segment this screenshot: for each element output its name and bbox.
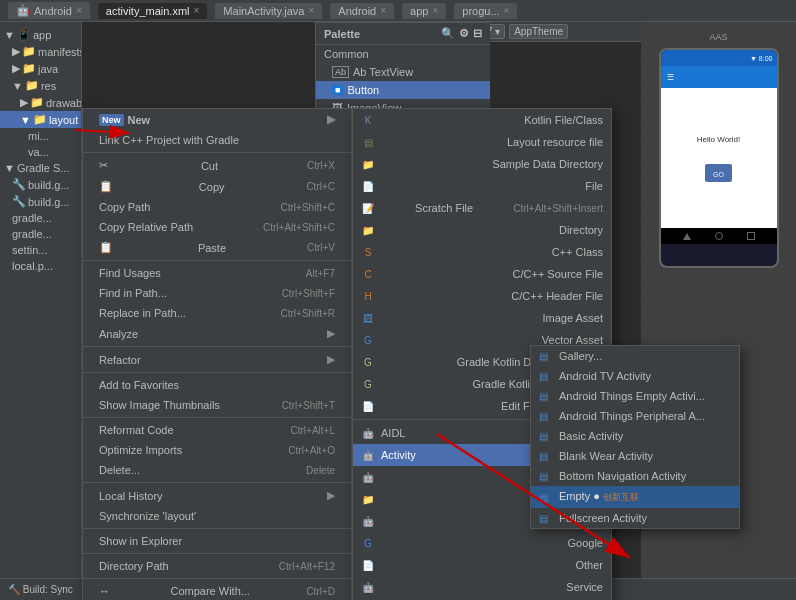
- build-icon: 🔨: [8, 584, 20, 595]
- close-icon[interactable]: ×: [504, 5, 510, 16]
- menu-item-link-cpp[interactable]: Link C++ Project with Gradle: [83, 130, 351, 150]
- back-btn[interactable]: [683, 233, 691, 240]
- sidebar-item-buildg2[interactable]: 🔧 build.g...: [0, 193, 81, 210]
- theme-dropdown[interactable]: AppTheme: [509, 24, 568, 39]
- fullscreen-icon: ▤: [539, 513, 553, 524]
- sidebar-item-drawable[interactable]: ▶ 📁 drawable: [0, 94, 81, 111]
- home-btn[interactable]: [715, 232, 723, 240]
- menu-item-show-explorer[interactable]: Show in Explorer: [83, 531, 351, 551]
- settings-icon[interactable]: ⚙: [459, 27, 469, 40]
- sidebar-item-mi[interactable]: mi...: [0, 128, 81, 144]
- scratch-icon: 📝: [361, 201, 375, 215]
- submenu-item-file[interactable]: 📄 File: [353, 175, 611, 197]
- submenu-item-google[interactable]: G Google: [353, 532, 611, 554]
- layout-icon: ▤: [361, 135, 375, 149]
- submenu-item-cpp-header[interactable]: H C/C++ Header File: [353, 285, 611, 307]
- folder-icon: 📁: [25, 79, 39, 92]
- submenu-arrow: ▶: [327, 353, 335, 366]
- close-icon[interactable]: ×: [194, 5, 200, 16]
- palette-widget-button[interactable]: ■ Button: [316, 81, 490, 99]
- submenu-item-directory[interactable]: 📁 Directory: [353, 219, 611, 241]
- submenu-item-service[interactable]: 🤖 Service: [353, 576, 611, 598]
- go-button-label: GO: [713, 171, 724, 178]
- wear-icon: ▤: [539, 451, 553, 462]
- sidebar-item-gradle1[interactable]: gradle...: [0, 210, 81, 226]
- things-icon: ▤: [539, 411, 553, 422]
- menu-item-directory-path[interactable]: Directory Path Ctrl+Alt+F12: [83, 556, 351, 576]
- menu-item-new[interactable]: New New ▶: [83, 109, 351, 130]
- bottom-nav-icon: ▤: [539, 471, 553, 482]
- title-tab-android[interactable]: 🤖 Android ×: [8, 2, 90, 19]
- android-icon: 🤖: [361, 580, 375, 594]
- android-icon: 🤖: [16, 4, 30, 17]
- menu-item-find-in-path[interactable]: Find in Path... Ctrl+Shift+F: [83, 283, 351, 303]
- submenu-item-image-asset[interactable]: 🖼 Image Asset: [353, 307, 611, 329]
- menu-item-paste[interactable]: 📋 Paste Ctrl+V: [83, 237, 351, 258]
- sidebar-item-buildg1[interactable]: 🔧 build.g...: [0, 176, 81, 193]
- sidebar-item-va[interactable]: va...: [0, 144, 81, 160]
- activity-item-tv[interactable]: ▤ Android TV Activity: [531, 366, 739, 386]
- recent-btn[interactable]: [747, 232, 755, 240]
- menu-item-analyze[interactable]: Analyze ▶: [83, 323, 351, 344]
- activity-item-fullscreen[interactable]: ▤ Fullscreen Activity: [531, 508, 739, 528]
- sidebar-item-layout[interactable]: ▼ 📁 layout: [0, 111, 81, 128]
- submenu-item-cpp-class[interactable]: S C++ Class: [353, 241, 611, 263]
- activity-item-empty[interactable]: ▤ Empty ● 创新互联: [531, 486, 739, 508]
- title-tab-app[interactable]: app ×: [402, 3, 446, 19]
- gradle-icon: 🔧: [12, 195, 26, 208]
- menu-item-copy[interactable]: 📋 Copy Ctrl+C: [83, 176, 351, 197]
- submenu-item-kotlin[interactable]: K Kotlin File/Class: [353, 109, 611, 131]
- palette-icons: 🔍 ⚙ ⊟: [441, 27, 482, 40]
- title-tab-android2[interactable]: Android ×: [330, 3, 394, 19]
- close-icon[interactable]: ×: [380, 5, 386, 16]
- menu-item-delete[interactable]: Delete... Delete: [83, 460, 351, 480]
- sort-icon[interactable]: ⊟: [473, 27, 482, 40]
- close-icon[interactable]: ×: [432, 5, 438, 16]
- submenu-item-layout[interactable]: ▤ Layout resource file: [353, 131, 611, 153]
- file-icon: 📄: [361, 558, 375, 572]
- menu-item-cut[interactable]: ✂ Cut Ctrl+X: [83, 155, 351, 176]
- menu-item-copy-path[interactable]: Copy Path Ctrl+Shift+C: [83, 197, 351, 217]
- activity-item-gallery[interactable]: ▤ Gallery...: [531, 346, 739, 366]
- sidebar-item-gradle[interactable]: ▼ Gradle S...: [0, 160, 81, 176]
- title-tab-progu[interactable]: progu... ×: [454, 3, 517, 19]
- submenu-item-other[interactable]: 📄 Other: [353, 554, 611, 576]
- palette-widget-textview[interactable]: Ab Ab TextView: [316, 63, 490, 81]
- activity-item-blank-wear[interactable]: ▤ Blank Wear Activity: [531, 446, 739, 466]
- menu-item-show-thumbnails[interactable]: Show Image Thumbnails Ctrl+Shift+T: [83, 395, 351, 415]
- menu-item-synchronize[interactable]: Synchronize 'layout': [83, 506, 351, 526]
- sidebar-item-local[interactable]: local.p...: [0, 258, 81, 274]
- menu-item-copy-relative[interactable]: Copy Relative Path Ctrl+Alt+Shift+C: [83, 217, 351, 237]
- menu-item-local-history[interactable]: Local History ▶: [83, 485, 351, 506]
- menu-item-find-usages[interactable]: Find Usages Alt+F7: [83, 263, 351, 283]
- submenu-item-scratch[interactable]: 📝 Scratch File Ctrl+Alt+Shift+Insert: [353, 197, 611, 219]
- menu-item-compare[interactable]: ↔ Compare With... Ctrl+D: [83, 581, 351, 600]
- title-tab-mainactivity[interactable]: MainActivity.java ×: [215, 3, 322, 19]
- search-icon[interactable]: 🔍: [441, 27, 455, 40]
- menu-item-replace-in-path[interactable]: Replace in Path... Ctrl+Shift+R: [83, 303, 351, 323]
- menu-item-refactor[interactable]: Refactor ▶: [83, 349, 351, 370]
- close-icon[interactable]: ×: [308, 5, 314, 16]
- project-sidebar: ▼ 📱 app ▶ 📁 manifests ▶ 📁 java ▼ 📁 res ▶…: [0, 22, 82, 600]
- menu-item-reformat[interactable]: Reformat Code Ctrl+Alt+L: [83, 420, 351, 440]
- sidebar-item-manifests[interactable]: ▶ 📁 manifests: [0, 43, 81, 60]
- submenu-item-sample-data[interactable]: 📁 Sample Data Directory: [353, 153, 611, 175]
- menu-item-add-favorites[interactable]: Add to Favorites: [83, 375, 351, 395]
- menu-item-optimize[interactable]: Optimize Imports Ctrl+Alt+O: [83, 440, 351, 460]
- activity-item-bottom-nav[interactable]: ▤ Bottom Navigation Activity: [531, 466, 739, 486]
- submenu-item-cpp-source[interactable]: C C/C++ Source File: [353, 263, 611, 285]
- activity-item-basic[interactable]: ▤ Basic Activity: [531, 426, 739, 446]
- sidebar-item-gradle2[interactable]: gradle...: [0, 226, 81, 242]
- sidebar-item-java[interactable]: ▶ 📁 java: [0, 60, 81, 77]
- activity-item-things-peripheral[interactable]: ▤ Android Things Peripheral A...: [531, 406, 739, 426]
- sidebar-item-res[interactable]: ▼ 📁 res: [0, 77, 81, 94]
- close-icon[interactable]: ×: [76, 5, 82, 16]
- sidebar-item-app[interactable]: ▼ 📱 app: [0, 26, 81, 43]
- sidebar-item-settin[interactable]: settin...: [0, 242, 81, 258]
- basic-icon: ▤: [539, 431, 553, 442]
- folder-icon: 📁: [361, 492, 375, 506]
- palette-category-common[interactable]: Common: [316, 45, 490, 63]
- title-tab-activity-xml[interactable]: activity_main.xml ×: [98, 3, 208, 19]
- menu-divider: [83, 346, 351, 347]
- activity-item-things-empty[interactable]: ▤ Android Things Empty Activi...: [531, 386, 739, 406]
